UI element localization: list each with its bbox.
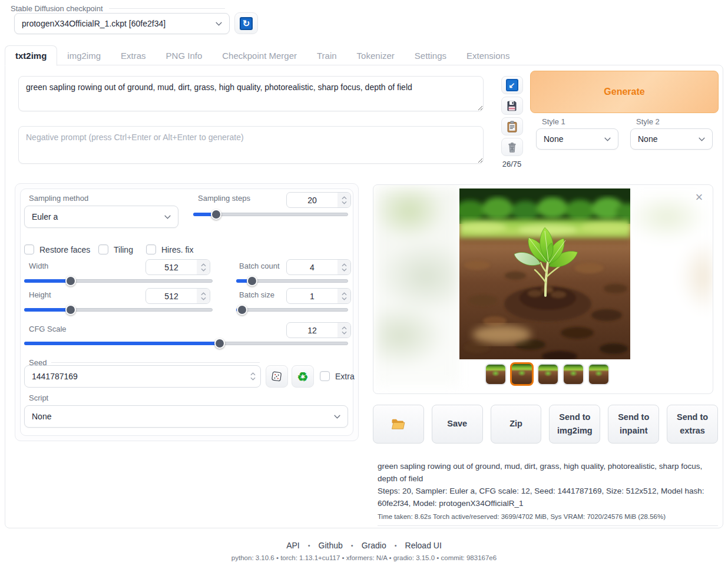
paste-generation-params-button[interactable]: ↙ xyxy=(501,76,523,94)
tab-png-info[interactable]: PNG Info xyxy=(156,46,213,65)
hires-fix-label: Hires. fix xyxy=(161,245,193,254)
negative-prompt-input[interactable] xyxy=(18,126,484,164)
random-seed-button[interactable] xyxy=(266,365,288,388)
tab-checkpoint-merger[interactable]: Checkpoint Merger xyxy=(212,46,307,65)
send-to-extras-button[interactable]: Send to extras xyxy=(667,405,718,444)
generation-settings-panel: Sampling method Euler a Sampling steps 2… xyxy=(15,183,359,441)
sampling-steps-label: Sampling steps xyxy=(198,194,250,203)
prompt-tools: ↙ 26/75 xyxy=(501,76,523,168)
batch-count-spinner[interactable] xyxy=(337,260,350,274)
script-dropdown[interactable]: None xyxy=(24,405,348,428)
token-counter: 26/75 xyxy=(502,160,522,168)
gallery-thumbnail-3[interactable] xyxy=(537,363,559,385)
send-to-inpaint-button[interactable]: Send to inpaint xyxy=(608,405,659,444)
tab-txt2img[interactable]: txt2img xyxy=(5,45,57,66)
seed-spinner[interactable] xyxy=(245,366,260,387)
save-button[interactable]: Save xyxy=(432,405,483,444)
cfg-scale-spinner[interactable] xyxy=(337,323,350,338)
slider-handle[interactable] xyxy=(211,209,221,220)
style2-label: Style 2 xyxy=(636,117,660,126)
slider-handle[interactable] xyxy=(65,276,76,286)
sampling-steps-value: 20 xyxy=(287,193,337,207)
extra-seed-checkbox[interactable]: Extra xyxy=(320,371,355,381)
gallery-thumbnail-1[interactable] xyxy=(485,363,507,385)
footer-link-github[interactable]: Github xyxy=(319,541,343,550)
batch-count-value: 4 xyxy=(287,260,337,274)
apply-style-button[interactable] xyxy=(501,117,523,135)
style1-label: Style 1 xyxy=(542,117,565,126)
cfg-scale-slider[interactable] xyxy=(24,338,348,349)
restore-faces-checkbox[interactable]: Restore faces xyxy=(24,244,90,254)
checkbox[interactable] xyxy=(24,244,34,254)
width-value: 512 xyxy=(146,260,197,274)
send-to-img2img-button[interactable]: Send to img2img xyxy=(549,405,600,444)
seed-value: 1441787169 xyxy=(25,366,245,387)
sampling-method-value: Euler a xyxy=(32,212,58,221)
gallery-thumbnail-4[interactable] xyxy=(562,363,584,385)
open-folder-button[interactable] xyxy=(373,405,424,444)
batch-count-slider[interactable] xyxy=(236,276,348,286)
width-spinner[interactable] xyxy=(197,260,210,274)
style2-dropdown[interactable]: None xyxy=(630,128,713,150)
slider-handle[interactable] xyxy=(247,276,257,286)
gallery-thumbnail-2-selected[interactable] xyxy=(510,362,534,386)
tab-extensions[interactable]: Extensions xyxy=(456,46,519,65)
seed-input[interactable]: 1441787169 xyxy=(24,365,261,388)
width-input[interactable]: 512 xyxy=(145,259,210,275)
footer-link-reload-ui[interactable]: Reload UI xyxy=(405,541,442,550)
refresh-icon: ↻ xyxy=(240,17,253,30)
refresh-checkpoints-button[interactable]: ↻ xyxy=(234,12,258,34)
output-gallery: × xyxy=(373,184,713,394)
style1-value: None xyxy=(544,134,563,144)
tab-settings[interactable]: Settings xyxy=(405,46,456,65)
generated-image-preview[interactable] xyxy=(459,188,630,359)
slider-handle[interactable] xyxy=(214,338,225,349)
sampling-steps-slider[interactable] xyxy=(193,209,348,220)
footer-link-gradio[interactable]: Gradio xyxy=(362,541,386,550)
tab-extras[interactable]: Extras xyxy=(111,46,156,65)
generate-button[interactable]: Generate xyxy=(530,71,719,113)
batch-size-label: Batch size xyxy=(239,290,274,299)
style1-dropdown[interactable]: None xyxy=(536,128,618,150)
checkpoint-dropdown[interactable]: protogenX34OfficialR_1.ckpt [60fe2f34] xyxy=(14,13,230,34)
checkbox[interactable] xyxy=(98,244,108,254)
batch-size-spinner[interactable] xyxy=(337,289,350,303)
cfg-scale-input[interactable]: 12 xyxy=(286,322,351,338)
height-input[interactable]: 512 xyxy=(145,288,210,304)
tab-tokenizer[interactable]: Tokenizer xyxy=(347,46,405,65)
gallery-thumbnail-5[interactable] xyxy=(588,363,610,385)
batch-count-input[interactable]: 4 xyxy=(286,259,351,275)
chevron-down-icon xyxy=(334,415,340,419)
batch-count-label: Batch count xyxy=(239,262,280,270)
height-spinner[interactable] xyxy=(197,289,210,303)
footer-link-api[interactable]: API xyxy=(286,541,300,550)
sampling-steps-spinner[interactable] xyxy=(337,193,350,207)
chevron-down-icon xyxy=(604,137,611,141)
generation-info-params: Steps: 20, Sampler: Euler a, CFG scale: … xyxy=(378,485,718,510)
width-slider[interactable] xyxy=(24,276,213,286)
clipboard-icon xyxy=(507,121,518,133)
main-tabbar: txt2img img2img Extras PNG Info Checkpoi… xyxy=(5,45,723,65)
sampling-method-dropdown[interactable]: Euler a xyxy=(24,206,178,228)
tab-train[interactable]: Train xyxy=(307,46,347,65)
reuse-seed-button[interactable]: ♻ xyxy=(292,365,314,388)
hires-fix-checkbox[interactable]: Hires. fix xyxy=(146,244,193,254)
checkbox[interactable] xyxy=(320,371,330,381)
save-style-button[interactable] xyxy=(501,97,523,115)
tiling-checkbox[interactable]: Tiling xyxy=(98,244,133,254)
close-icon[interactable]: × xyxy=(691,190,707,205)
gallery-thumbnails xyxy=(485,363,610,386)
clear-prompt-button[interactable] xyxy=(501,138,523,156)
batch-size-input[interactable]: 1 xyxy=(286,288,351,304)
separator: • xyxy=(395,542,397,549)
batch-size-slider[interactable] xyxy=(236,305,348,315)
tab-img2img[interactable]: img2img xyxy=(57,46,111,65)
height-slider[interactable] xyxy=(24,305,213,315)
checkpoint-label: Stable Diffusion checkpoint xyxy=(11,4,225,13)
prompt-input[interactable]: green sapling rowing out of ground, mud,… xyxy=(18,76,484,111)
slider-handle[interactable] xyxy=(237,305,247,315)
sampling-steps-input[interactable]: 20 xyxy=(286,192,351,208)
slider-handle[interactable] xyxy=(65,305,76,315)
zip-button[interactable]: Zip xyxy=(491,405,542,444)
checkbox[interactable] xyxy=(146,244,156,254)
